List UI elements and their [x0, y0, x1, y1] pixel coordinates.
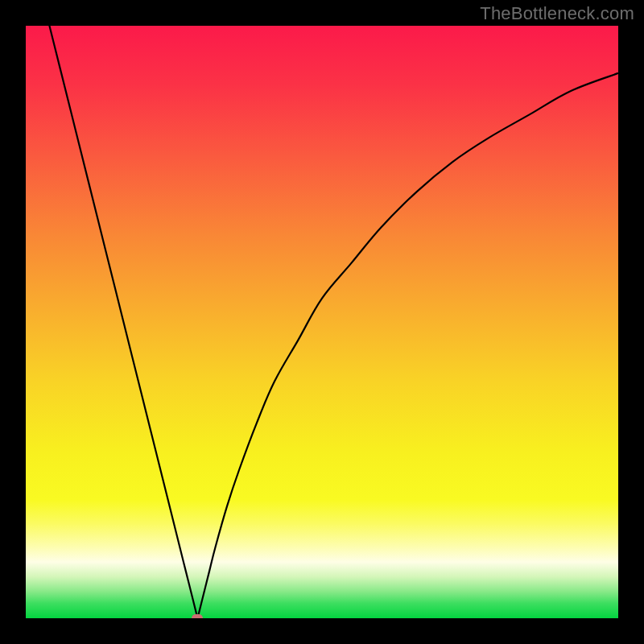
- plot-area: [26, 26, 618, 618]
- curve-layer: [26, 26, 618, 618]
- minimum-marker: [192, 614, 203, 618]
- chart-frame: TheBottleneck.com: [0, 0, 644, 644]
- bottleneck-curve: [26, 26, 618, 618]
- watermark-text: TheBottleneck.com: [480, 3, 634, 24]
